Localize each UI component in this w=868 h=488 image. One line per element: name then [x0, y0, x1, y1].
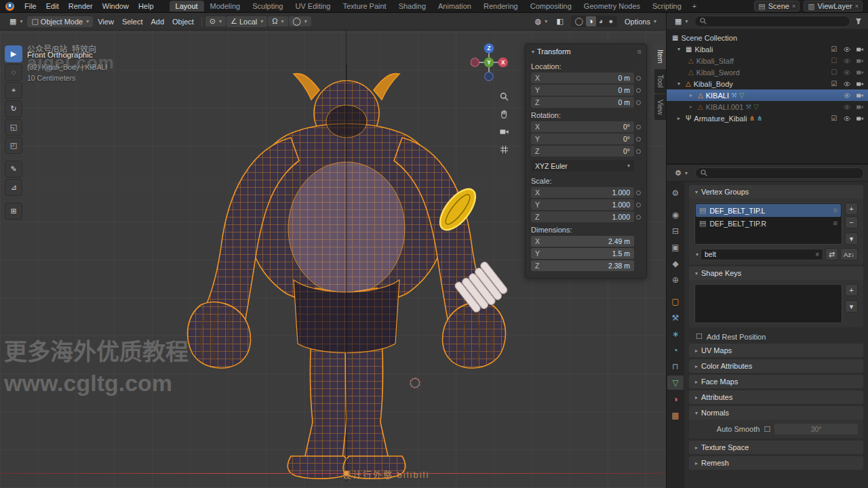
tab-view-layer[interactable]: ▣	[667, 240, 684, 254]
unlink-scene-icon[interactable]: ×	[792, 3, 795, 9]
auto-smooth-angle-field[interactable]: 30°	[774, 424, 858, 434]
remesh-panel[interactable]: ▸Remesh	[689, 456, 863, 470]
n-panel-tab[interactable]: View	[654, 94, 666, 121]
dimension-field[interactable]: Y1.5 m	[531, 248, 634, 259]
color-attributes-panel[interactable]: ▸Color Attributes	[689, 359, 863, 373]
editor-type-button[interactable]: ▦▾	[5, 16, 26, 26]
viewport-menu-item[interactable]: Object	[168, 16, 198, 27]
pivot-point-dropdown[interactable]: ⊙▾	[205, 16, 226, 26]
exclude-checkbox[interactable]: ☑	[829, 115, 840, 122]
workspace-tab[interactable]: UV Editing	[289, 1, 336, 12]
vertex-groups-panel-header[interactable]: ▾ Vertex Groups	[689, 185, 863, 199]
viewport-canvas[interactable]: ▶ ◌ ⌖ ↻ ◱ ◰ ✎ ⊿ ⊞ 公众号/B站_特效向 aigei.com F…	[0, 30, 666, 488]
remove-view-layer-icon[interactable]: ×	[855, 3, 859, 9]
decorator-icon[interactable]	[636, 215, 641, 220]
measure-tool-button[interactable]: ⊿	[5, 179, 22, 196]
camera-visibility-icon[interactable]	[854, 92, 865, 100]
zoom-icon[interactable]	[499, 92, 509, 103]
hide-eye-icon[interactable]	[842, 115, 852, 123]
tab-constraints[interactable]: ⊓	[667, 359, 684, 373]
xray-toggle[interactable]: ◧	[552, 16, 567, 26]
shading-material-icon[interactable]: ◕	[596, 16, 606, 26]
add-shape-key-button[interactable]: +	[845, 284, 858, 296]
scale-field[interactable]: Z1.000	[531, 211, 634, 222]
rotate-tool-button[interactable]: ↻	[5, 100, 22, 117]
shading-solid-icon[interactable]: ◑	[586, 16, 596, 26]
editor-type-button[interactable]: ⚙▾	[671, 168, 692, 178]
normals-panel-header[interactable]: ▾ Normals	[689, 406, 863, 420]
workspace-tab[interactable]: Sculpting	[246, 1, 289, 12]
decorator-icon[interactable]	[636, 100, 641, 105]
tab-object[interactable]: ▢	[667, 294, 684, 308]
n-panel-tab[interactable]: Tool	[654, 69, 666, 93]
show-overlays-toggle[interactable]: ◍▾	[531, 16, 552, 26]
view-layer-selector[interactable]: ▥ ViewLayer ×	[804, 1, 863, 12]
properties-search-input[interactable]	[695, 167, 864, 179]
tab-particles[interactable]: ∗	[667, 327, 684, 341]
outliner-row-kibali[interactable]: ▾ ▦ Kibali ☑	[667, 43, 868, 55]
decorator-icon[interactable]	[636, 190, 641, 195]
workspace-tab[interactable]: Scripting	[646, 1, 688, 12]
hide-eye-icon[interactable]	[842, 103, 852, 111]
modifier-wrench-icon[interactable]: ⚒	[731, 92, 737, 99]
hide-eye-icon[interactable]	[842, 57, 852, 65]
decorator-icon[interactable]	[636, 149, 641, 154]
navigation-gizmo[interactable]: Z X Y	[469, 43, 509, 82]
tab-world[interactable]: ⊕	[667, 272, 684, 287]
add-cube-tool-button[interactable]: ⊞	[5, 203, 22, 220]
vertex-group-item[interactable]: ▤ DEF_BELT_TIP.L ≡	[696, 204, 841, 217]
expand-caret-icon[interactable]: ▾	[677, 46, 684, 52]
hide-eye-icon[interactable]	[842, 80, 852, 88]
outliner-row-kibali-body[interactable]: ▾ △ Kibali_Body ☑	[667, 78, 868, 89]
attributes-panel[interactable]: ▸Attributes	[689, 390, 863, 404]
scale-field[interactable]: Y1.000	[531, 199, 634, 210]
vertex-group-filter-input[interactable]	[705, 250, 815, 258]
uv-maps-panel[interactable]: ▸UV Maps	[689, 344, 863, 357]
camera-visibility-icon[interactable]	[854, 103, 865, 111]
rotation-field[interactable]: Z0°	[531, 146, 634, 157]
tab-scene[interactable]: ◆	[667, 256, 684, 270]
face-maps-panel[interactable]: ▸Face Maps	[689, 375, 863, 388]
location-field[interactable]: Z0 m	[531, 97, 634, 108]
location-field[interactable]: Y0 m	[531, 85, 634, 96]
panel-caret-icon[interactable]: ▾	[532, 49, 534, 55]
pan-hand-icon[interactable]	[499, 109, 509, 121]
menubar-item[interactable]: Help	[134, 1, 159, 11]
shading-rendered-icon[interactable]: ●	[606, 16, 616, 26]
vertex-group-filter-field[interactable]: ×	[701, 249, 823, 260]
expand-caret-icon[interactable]: ▸	[690, 92, 696, 98]
workspace-tab[interactable]: Compositing	[524, 1, 578, 12]
transform-tool-button[interactable]: ◰	[5, 137, 22, 154]
camera-view-icon[interactable]	[499, 127, 509, 138]
camera-visibility-icon[interactable]	[854, 115, 865, 123]
tab-render[interactable]: ◉	[667, 207, 684, 222]
remove-vertex-group-button[interactable]: −	[845, 216, 858, 228]
expand-caret-icon[interactable]: ▸	[677, 115, 684, 121]
menubar-item[interactable]: Edit	[41, 1, 64, 11]
hide-eye-icon[interactable]	[842, 68, 852, 77]
decorator-icon[interactable]	[636, 203, 641, 207]
camera-visibility-icon[interactable]	[854, 57, 865, 65]
invert-filter-button[interactable]: ⇄	[825, 248, 838, 260]
proportional-edit-toggle[interactable]: ◯▾	[289, 16, 311, 26]
armature-data-icon[interactable]: ⋔	[749, 115, 755, 122]
rotation-field[interactable]: Y0°	[531, 134, 634, 144]
filter-caret-icon[interactable]: ▾	[696, 251, 698, 258]
location-field[interactable]: X0 m	[531, 73, 634, 83]
sort-button[interactable]: Az↓	[840, 248, 858, 260]
rotation-mode-dropdown[interactable]: XYZ Euler▾	[531, 160, 634, 171]
decorator-icon[interactable]	[636, 76, 641, 81]
add-vertex-group-button[interactable]: +	[845, 203, 858, 215]
mesh-data-icon[interactable]: ▽	[753, 103, 759, 110]
tab-modifiers[interactable]: ⚒	[667, 310, 684, 325]
character-wireframe[interactable]	[177, 64, 516, 481]
outliner-search-input[interactable]	[694, 16, 850, 27]
filter-funnel-icon[interactable]	[853, 17, 864, 25]
scale-tool-button[interactable]: ◱	[5, 119, 22, 136]
expand-caret-icon[interactable]: ▸	[690, 104, 696, 110]
viewport-menu-item[interactable]: Select	[118, 16, 147, 27]
snap-toggle[interactable]: Ω▾	[268, 16, 288, 26]
camera-visibility-icon[interactable]	[854, 45, 865, 54]
shape-keys-panel-header[interactable]: ▾ Shape Keys	[689, 266, 863, 280]
cursor-tool-button[interactable]: ◌	[5, 64, 22, 81]
